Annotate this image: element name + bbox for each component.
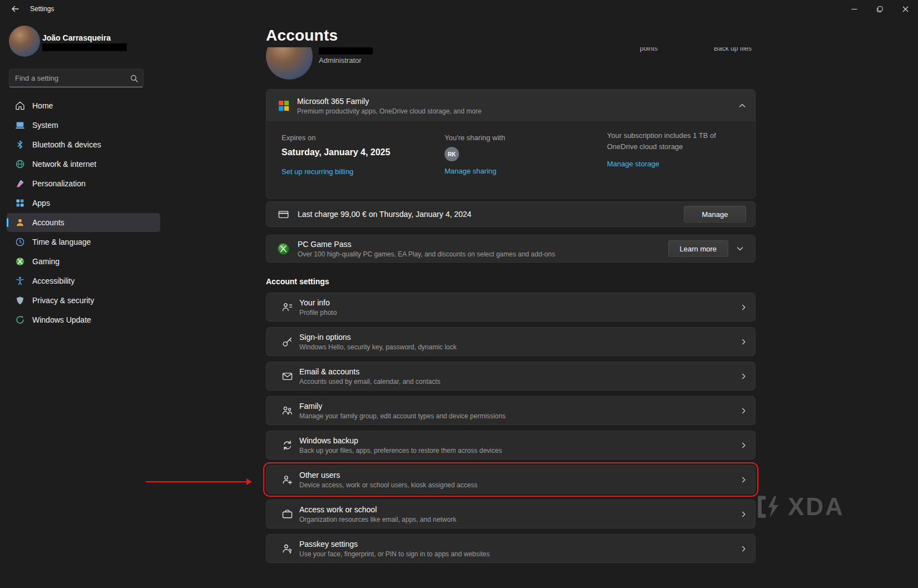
main-content: Accounts Administrator points Back up fi… [266,18,756,588]
game-pass-row: PC Game Pass Over 100 high-quality PC ga… [266,235,756,263]
chevron-down-icon[interactable] [732,245,748,253]
close-icon [902,6,909,12]
sidebar-nav: Home System Bluetooth & devices Network … [0,96,167,330]
back-arrow-icon [11,4,19,13]
setting-row-sign-in-options[interactable]: Sign-in options Windows Hello, security … [266,327,756,356]
billing-charge-row: Last charge 99,00 € on Thursday, January… [266,201,756,227]
account-profile-strip: Administrator points Back up files [266,47,756,81]
sidebar: João Carrasqueira Home System Bluetooth … [0,18,167,588]
expires-date: Saturday, January 4, 2025 [282,147,390,157]
xda-logo-icon [754,493,782,521]
storage-info-text: Your subscription includes 1 TB of OneDr… [607,130,746,152]
email-accounts-icon [282,370,293,382]
time-language-icon [14,237,25,248]
setting-row-passkey-settings[interactable]: Passkey settings Use your face, fingerpr… [266,534,756,563]
chevron-right-icon [736,442,747,449]
search-icon [130,75,138,82]
microsoft-logo-icon [279,101,289,111]
user-name: João Carrasqueira [42,33,111,42]
manage-storage-link[interactable]: Manage storage [607,160,659,168]
chevron-right-icon [736,373,747,380]
sidebar-item-gaming[interactable]: Gaming [7,252,160,271]
sidebar-item-time-language[interactable]: Time & language [7,233,160,251]
xbox-game-pass-icon [277,243,290,255]
xda-watermark: XDA [754,493,845,521]
backup-link-fragment[interactable]: Back up files [714,47,756,53]
setting-row-windows-backup[interactable]: Windows backup Back up your files, apps,… [266,431,756,459]
manage-sharing-link[interactable]: Manage sharing [445,167,496,175]
windows-backup-icon [282,439,293,451]
chevron-right-icon [736,407,747,414]
sidebar-item-accessibility[interactable]: Accessibility [7,271,160,290]
system-icon [14,120,25,131]
settings-window: Settings João Carrasqueira [0,0,918,588]
windows-update-icon [14,315,25,325]
sidebar-item-accounts[interactable]: Accounts [7,213,160,232]
credit-card-icon [278,209,289,220]
family-icon [282,405,293,417]
m365-details: Expires on Saturday, January 4, 2025 Set… [266,122,755,199]
m365-subtitle: Premium productivity apps, OneDrive clou… [297,107,738,115]
setting-row-family[interactable]: Family Manage your family group, edit ac… [266,396,756,425]
accounts-icon [14,218,25,228]
annotation-arrow [146,481,247,482]
sharing-label: You're sharing with [445,134,505,142]
redaction-bar [42,43,127,51]
sidebar-item-network[interactable]: Network & internet [7,155,160,174]
microsoft-365-card: Microsoft 365 Family Premium productivit… [266,89,756,199]
sidebar-item-windows-update[interactable]: Windows Update [7,310,160,329]
game-pass-subtitle: Over 100 high-quality PC games, EA Play,… [298,250,668,258]
apps-icon [14,198,25,209]
sidebar-item-privacy-security[interactable]: Privacy & security [7,291,160,310]
window-title: Settings [30,5,54,13]
sidebar-item-bluetooth[interactable]: Bluetooth & devices [7,135,160,154]
back-button[interactable] [8,3,22,15]
sidebar-item-personalization[interactable]: Personalization [7,174,160,193]
user-avatar[interactable] [9,26,40,57]
settings-list: Your info Profile photo Sign-in options … [266,293,756,563]
setting-row-email-accounts[interactable]: Email & accounts Accounts used by email,… [266,362,756,391]
minimize-icon [851,6,857,12]
page-title: Accounts [266,27,338,45]
other-users-icon [282,474,293,486]
microsoft-365-header[interactable]: Microsoft 365 Family Premium productivit… [266,90,755,122]
setting-row-access-work-school[interactable]: Access work or school Organization resou… [266,500,756,528]
chevron-right-icon [736,304,747,311]
sidebar-item-system[interactable]: System [7,116,160,135]
passkey-icon [282,543,293,555]
work-school-icon [282,508,293,520]
search-input[interactable] [9,74,130,82]
close-button[interactable] [892,0,918,18]
chevron-right-icon [736,545,747,552]
gaming-icon [14,256,25,267]
sidebar-item-home[interactable]: Home [7,96,160,115]
m365-title: Microsoft 365 Family [297,97,738,106]
learn-more-button[interactable]: Learn more [668,240,728,257]
chevron-up-icon[interactable] [738,102,746,110]
maximize-button[interactable] [867,0,892,18]
redaction-bar [319,47,373,55]
chevron-right-icon [736,338,747,345]
manage-billing-button[interactable]: Manage [684,206,746,223]
setting-row-other-users[interactable]: Other users Device access, work or schoo… [266,465,756,494]
titlebar: Settings [0,0,918,18]
search-box[interactable] [9,69,144,87]
home-icon [14,101,25,111]
chevron-right-icon [736,511,747,518]
xda-text: XDA [788,493,845,521]
rewards-points-fragment: points [640,47,690,53]
account-settings-header: Account settings [266,277,329,286]
game-pass-title: PC Game Pass [298,240,668,249]
account-role: Administrator [319,56,362,65]
accessibility-icon [14,276,25,286]
expires-label: Expires on [282,134,390,142]
recurring-billing-link[interactable]: Set up recurring billing [282,167,353,176]
window-controls [841,0,918,18]
charge-text: Last charge 99,00 € on Thursday, January… [298,210,684,219]
network-icon [14,159,25,170]
your-info-icon [282,302,293,313]
sidebar-item-apps[interactable]: Apps [7,194,160,213]
setting-row-your-info[interactable]: Your info Profile photo [266,293,756,322]
sharing-member-avatar[interactable]: RK [445,147,459,161]
minimize-button[interactable] [841,0,867,18]
